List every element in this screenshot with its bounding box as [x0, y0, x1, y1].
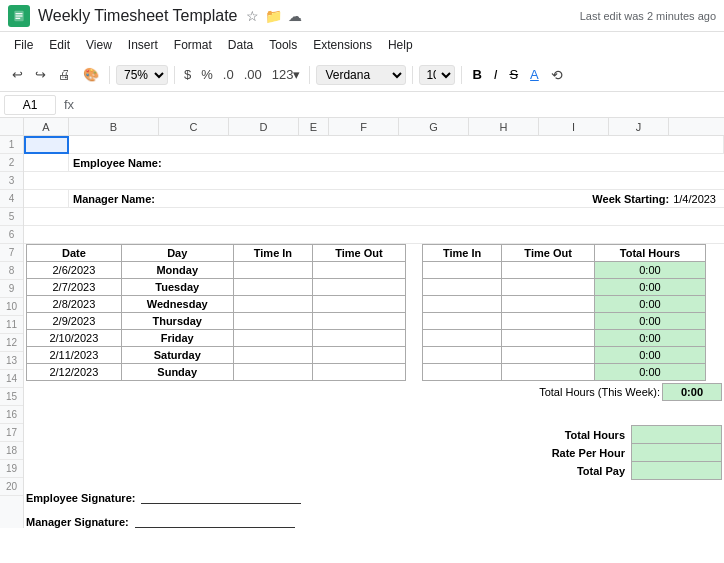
paint-button[interactable]: ⟲	[547, 65, 567, 85]
col-header-c[interactable]: C	[159, 118, 229, 135]
menu-extensions[interactable]: Extensions	[307, 36, 378, 54]
cell-day-5[interactable]: Saturday	[121, 347, 233, 364]
redo-button[interactable]: ↪	[31, 65, 50, 84]
italic-button[interactable]: I	[490, 65, 502, 84]
cell-timein2-6[interactable]	[422, 364, 501, 381]
col-header-j[interactable]: J	[609, 118, 669, 135]
cell-timein2-5[interactable]	[422, 347, 501, 364]
paint-format-button[interactable]: 🎨	[79, 65, 103, 84]
menu-view[interactable]: View	[80, 36, 118, 54]
menu-tools[interactable]: Tools	[263, 36, 303, 54]
cell-timein2-3[interactable]	[422, 313, 501, 330]
print-button[interactable]: 🖨	[54, 65, 75, 84]
cell-day-6[interactable]: Sunday	[121, 364, 233, 381]
cell-timein2-0[interactable]	[422, 262, 501, 279]
cell-total-5[interactable]: 0:00	[594, 347, 705, 364]
cell-timein1-5[interactable]	[233, 347, 312, 364]
zoom-select[interactable]: 75%100%	[116, 65, 168, 85]
undo-button[interactable]: ↩	[8, 65, 27, 84]
col-header-d[interactable]: D	[229, 118, 299, 135]
col-header-a[interactable]: A	[24, 118, 69, 135]
cell-timein2-1[interactable]	[422, 279, 501, 296]
cell-timein1-1[interactable]	[233, 279, 312, 296]
cell-timeout2-4[interactable]	[502, 330, 595, 347]
cell-timeout1-4[interactable]	[313, 330, 406, 347]
cell-timeout2-6[interactable]	[502, 364, 595, 381]
sum-val-3[interactable]	[632, 462, 722, 480]
cell-total-1[interactable]: 0:00	[594, 279, 705, 296]
menu-help[interactable]: Help	[382, 36, 419, 54]
menu-insert[interactable]: Insert	[122, 36, 164, 54]
formula-input[interactable]	[82, 96, 720, 114]
col-header-e[interactable]: E	[299, 118, 329, 135]
cell-total-4[interactable]: 0:00	[594, 330, 705, 347]
text-color-button[interactable]: A	[526, 65, 543, 84]
menu-file[interactable]: File	[8, 36, 39, 54]
format123-symbol[interactable]: 123▾	[269, 65, 304, 84]
cloud-icon[interactable]: ☁	[288, 8, 302, 24]
col-header-f[interactable]: F	[329, 118, 399, 135]
cell-a2[interactable]	[24, 154, 69, 171]
cell-date-4[interactable]: 2/10/2023	[27, 330, 122, 347]
font-size-select[interactable]: 101214	[419, 65, 455, 85]
cell-date-5[interactable]: 2/11/2023	[27, 347, 122, 364]
cell-a4[interactable]	[24, 190, 69, 207]
cell-total-3[interactable]: 0:00	[594, 313, 705, 330]
currency-symbol[interactable]: $	[181, 65, 194, 84]
cell-total-0[interactable]: 0:00	[594, 262, 705, 279]
sum-val-1[interactable]	[632, 426, 722, 444]
cell-timein1-3[interactable]	[233, 313, 312, 330]
cell-day-1[interactable]: Tuesday	[121, 279, 233, 296]
cell-timeout1-3[interactable]	[313, 313, 406, 330]
cell-timeout1-0[interactable]	[313, 262, 406, 279]
cell-timeout1-6[interactable]	[313, 364, 406, 381]
cell-total-2[interactable]: 0:00	[594, 296, 705, 313]
cell-day-3[interactable]: Thursday	[121, 313, 233, 330]
cell-day-4[interactable]: Friday	[121, 330, 233, 347]
cell-b2[interactable]: Employee Name:	[69, 157, 689, 169]
menu-edit[interactable]: Edit	[43, 36, 76, 54]
folder-icon[interactable]: 📁	[265, 8, 282, 24]
col-header-h[interactable]: H	[469, 118, 539, 135]
cell-reference[interactable]	[4, 95, 56, 115]
cell-timein2-4[interactable]	[422, 330, 501, 347]
cell-timein1-6[interactable]	[233, 364, 312, 381]
cell-day-2[interactable]: Wednesday	[121, 296, 233, 313]
decimal2-symbol[interactable]: .00	[241, 65, 265, 84]
star-icon[interactable]: ☆	[246, 8, 259, 24]
cell-timeout2-1[interactable]	[502, 279, 595, 296]
cell-timeout2-2[interactable]	[502, 296, 595, 313]
col-header-g[interactable]: G	[399, 118, 469, 135]
font-select[interactable]: VerdanaArial	[316, 65, 406, 85]
cell-b1[interactable]	[69, 136, 724, 153]
cell-date-1[interactable]: 2/7/2023	[27, 279, 122, 296]
cell-timeout2-0[interactable]	[502, 262, 595, 279]
cell-date-2[interactable]: 2/8/2023	[27, 296, 122, 313]
cell-timein2-2[interactable]	[422, 296, 501, 313]
cell-timeout2-3[interactable]	[502, 313, 595, 330]
cell-timein1-2[interactable]	[233, 296, 312, 313]
cell-a1[interactable]	[24, 136, 69, 154]
cell-timeout1-1[interactable]	[313, 279, 406, 296]
cell-date-0[interactable]: 2/6/2023	[27, 262, 122, 279]
col-header-i[interactable]: I	[539, 118, 609, 135]
col-header-b[interactable]: B	[69, 118, 159, 135]
cell-timein1-0[interactable]	[233, 262, 312, 279]
cell-timeout1-5[interactable]	[313, 347, 406, 364]
cell-total-6[interactable]: 0:00	[594, 364, 705, 381]
cell-timein1-4[interactable]	[233, 330, 312, 347]
cell-date-6[interactable]: 2/12/2023	[27, 364, 122, 381]
cell-timeout1-2[interactable]	[313, 296, 406, 313]
cell-day-0[interactable]: Monday	[121, 262, 233, 279]
sum-val-2[interactable]	[632, 444, 722, 462]
bold-button[interactable]: B	[468, 65, 485, 84]
decimal1-symbol[interactable]: .0	[220, 65, 237, 84]
cell-b4[interactable]: Manager Name:	[69, 193, 269, 205]
percent-symbol[interactable]: %	[198, 65, 216, 84]
menu-format[interactable]: Format	[168, 36, 218, 54]
cell-timeout2-5[interactable]	[502, 347, 595, 364]
cell-date-3[interactable]: 2/9/2023	[27, 313, 122, 330]
doc-title[interactable]: Weekly Timesheet Template	[38, 7, 238, 25]
manager-sig-line[interactable]	[135, 514, 295, 528]
strikethrough-button[interactable]: S	[505, 65, 522, 84]
